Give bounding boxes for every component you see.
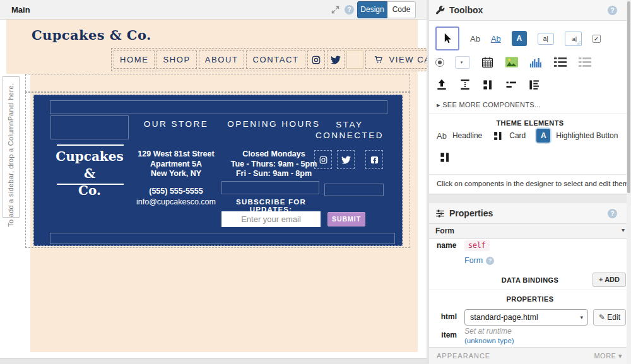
html-select[interactable]: standard-page.html ▾ [464,309,588,326]
add-binding-button[interactable]: + ADD [593,273,626,287]
checkbox-tool[interactable]: ✓ [593,35,601,43]
columnpanel-tool[interactable] [482,79,494,91]
nav-link-home[interactable]: HOME [114,50,155,69]
toolbox-title: Toolbox [449,5,483,15]
footer-top-spacer[interactable] [50,100,387,114]
theme-highlighted-button[interactable]: Highlighted Button [556,131,618,140]
html-label: html [432,312,457,321]
instagram-icon [311,55,321,65]
item-runtime-text: Set at runtime [464,327,512,336]
footer-panel[interactable]: Cupcakes & Co. OUR STORE 129 West 81st S… [33,95,403,246]
address-line3: New York, NY [132,169,220,179]
form-tab-title: Main [11,5,30,15]
footer-instagram-button[interactable] [314,150,332,169]
headline-icon: Ab [437,131,447,141]
see-more-components-link[interactable]: ▸ SEE MORE COMPONENTS... [437,101,541,109]
datepicker-tool[interactable] [481,56,494,69]
spacer-dropzone[interactable] [25,74,410,92]
canvas-bottom-edge [0,358,427,364]
cursor-icon [441,32,454,45]
cart-icon [374,55,384,65]
textarea-tool[interactable]: a| [565,32,582,46]
more-toggle[interactable]: MORE ▾ [594,352,622,360]
repeatingpanel-tool[interactable] [528,79,540,91]
nav-link-shop[interactable]: SHOP [156,50,196,69]
site-navbar: HOME SHOP ABOUT CONTACT [111,48,454,71]
datarowpanel-tool[interactable] [578,57,592,68]
html-select-value: standard-page.html [470,313,538,322]
theme-card[interactable]: Card [509,131,526,140]
logo-divider-top [57,144,124,146]
properties-help-icon[interactable]: ? [608,209,617,218]
sidebar-dropzone-text: To add a sidebar, drop a ColumnPanel her… [7,83,15,227]
address-line1: 129 West 81st Street [132,150,220,160]
plot-tool[interactable] [529,57,543,68]
appearance-bar[interactable]: APPEARANCE MORE ▾ [429,347,631,364]
design-tab-button[interactable]: Design [357,1,387,18]
name-value[interactable]: self [464,240,490,251]
help-icon[interactable]: ? [345,5,354,15]
image-tool[interactable] [505,56,519,68]
theme-elements-title: THEME ELEMENTS [429,119,631,127]
form-help-icon[interactable]: ? [486,257,494,265]
button-tool[interactable]: A [512,31,527,46]
label-tool[interactable]: Ab [470,34,480,44]
email-input[interactable] [221,211,321,227]
footer-facebook-button[interactable] [365,150,383,169]
theme-headline[interactable]: Headline [452,131,482,140]
stay-line1: STAY [312,119,387,130]
component-selector[interactable]: Form ▾ [429,224,631,239]
hours-line1: Closed Mondays [220,150,327,160]
connected-placeholder-box[interactable] [324,184,384,196]
footer-logo-text: Cupcakes & Co. [48,148,131,199]
hours-line2: Tue - Thurs: 9am - 5pm [220,160,327,170]
design-canvas: To add a sidebar, drop a ColumnPanel her… [0,20,427,358]
datagrid-tool[interactable] [553,57,567,68]
footer-logo-placeholder[interactable] [50,115,129,139]
fileloader-tool[interactable] [435,78,448,91]
link-tool[interactable]: Ab [491,34,501,44]
card-icon [493,131,504,141]
toolbox-divider [429,114,631,114]
facebook-icon [370,155,379,165]
expand-icon[interactable] [331,5,340,15]
submit-button[interactable]: SUBMIT [327,212,365,226]
appearance-label: APPEARANCE [437,352,490,360]
form-link-row: Form ? [464,256,494,265]
nav-empty-spacer[interactable] [346,50,363,69]
subscribe-placeholder-box[interactable] [221,181,319,194]
pointer-tool[interactable] [435,26,459,50]
selected-component: Form [435,226,454,235]
site-title[interactable]: Cupcakes & Co. [32,27,151,43]
instagram-icon [319,155,328,165]
nav-instagram-button[interactable] [307,50,325,69]
highlighted-button-icon: A [536,129,550,143]
item-type-link[interactable]: (unknown type) [464,337,514,344]
stay-connected-heading: STAY CONNECTED [312,119,387,141]
hours-lines: Closed Mondays Tue - Thurs: 9am - 5pm Fr… [220,150,327,179]
toolbox-header: Toolbox [429,0,631,21]
store-phone: (555) 555-5555 [132,187,220,197]
flowpanel-tool[interactable] [505,79,517,90]
sidebar-dropzone[interactable]: To add a sidebar, drop a ColumnPanel her… [3,76,20,218]
stay-line2: CONNECTED [312,130,387,141]
properties-panel: Properties ? Form ▾ name self Form ? DAT… [429,203,631,364]
properties-title: Properties [449,208,493,218]
code-tab-button[interactable]: Code [387,1,416,18]
nav-link-about[interactable]: ABOUT [199,50,245,69]
store-email[interactable]: info@cupcakesco.com [127,197,225,208]
footer-twitter-button[interactable] [337,150,355,169]
toolbox-help-icon[interactable]: ? [608,6,617,15]
edit-html-button[interactable]: ✎ Edit [593,309,626,326]
hours-heading: OPENING HOURS [223,119,324,129]
nav-link-contact[interactable]: CONTACT [246,50,305,69]
form-class-link[interactable]: Form [464,256,483,265]
nav-twitter-button[interactable] [327,50,345,69]
dropdown-tool[interactable]: ▾ [455,56,470,69]
radio-tool[interactable] [435,58,444,67]
card-variant-icon[interactable] [439,151,451,163]
footer-bottom-spacer[interactable] [50,233,395,244]
spacer-tool[interactable] [459,78,471,91]
panel-scrollbar-thumb[interactable] [627,1,630,193]
textbox-tool[interactable]: a| [538,33,554,45]
